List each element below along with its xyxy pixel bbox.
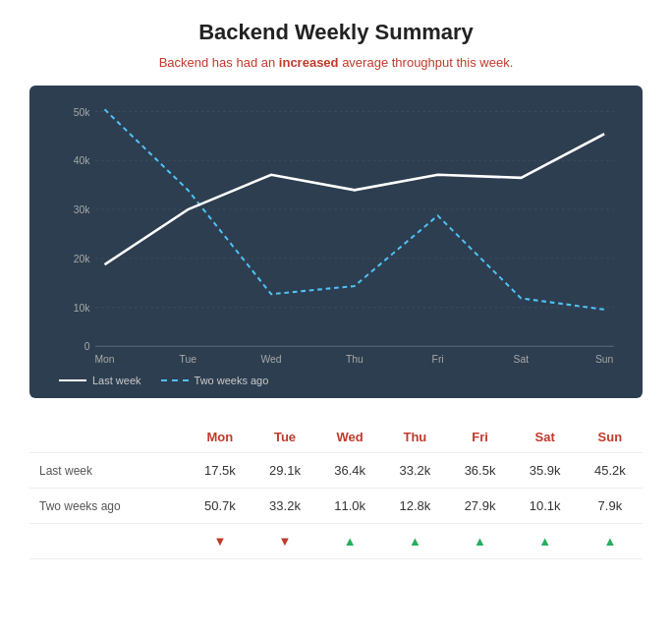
svg-text:40k: 40k	[74, 154, 90, 167]
legend-two-weeks-ago-label: Two weeks ago	[195, 375, 269, 386]
table-row: Last week 17.5k 29.1k 36.4k 33.2k 36.5k …	[29, 453, 643, 489]
data-table: Mon Tue Wed Thu Fri Sat Sun Last week 17…	[29, 422, 643, 559]
row-two-weeks-label: Two weeks ago	[29, 489, 188, 524]
arrow-up-icon: ▲	[474, 534, 486, 549]
col-header-mon: Mon	[188, 422, 252, 453]
row-last-week-tue: 29.1k	[252, 453, 317, 489]
chart-container: 50k 40k 30k 20k 10k 0 Mon Tue Wed Thu Fr…	[29, 86, 643, 398]
subtitle-prefix: Backend has had an	[159, 55, 279, 70]
arrow-down-icon: ▼	[213, 534, 226, 549]
arrow-empty	[29, 524, 188, 559]
table-row: Two weeks ago 50.7k 33.2k 11.0k 12.8k 27…	[29, 489, 643, 524]
col-header-thu: Thu	[382, 422, 447, 453]
arrow-row: ▼ ▼ ▲ ▲ ▲ ▲ ▲	[29, 524, 643, 559]
row-last-week-thu: 33.2k	[382, 453, 447, 489]
table-header-row: Mon Tue Wed Thu Fri Sat Sun	[29, 422, 643, 453]
row-two-weeks-thu: 12.8k	[382, 489, 447, 524]
legend-last-week-label: Last week	[92, 375, 141, 386]
legend-two-weeks-ago: Two weeks ago	[161, 375, 269, 386]
row-last-week-fri: 36.5k	[447, 453, 512, 489]
arrow-down-icon: ▼	[279, 534, 292, 549]
svg-text:Fri: Fri	[432, 352, 444, 365]
row-two-weeks-mon: 50.7k	[188, 489, 252, 524]
chart-area: 50k 40k 30k 20k 10k 0 Mon Tue Wed Thu Fr…	[49, 101, 623, 367]
col-header-tue: Tue	[252, 422, 317, 453]
chart-svg: 50k 40k 30k 20k 10k 0 Mon Tue Wed Thu Fr…	[49, 101, 623, 367]
arrow-fri: ▲	[447, 524, 512, 559]
row-last-week-sat: 35.9k	[513, 453, 578, 489]
row-two-weeks-fri: 27.9k	[447, 489, 512, 524]
arrow-tue: ▼	[252, 524, 317, 559]
svg-text:Mon: Mon	[94, 352, 114, 365]
row-two-weeks-tue: 33.2k	[252, 489, 317, 524]
chart-legend: Last week Two weeks ago	[49, 375, 623, 386]
arrow-up-icon: ▲	[409, 534, 421, 549]
row-last-week-mon: 17.5k	[188, 453, 252, 489]
svg-text:0: 0	[84, 340, 90, 353]
svg-text:Wed: Wed	[261, 352, 282, 365]
legend-solid-line	[59, 379, 86, 381]
page-title: Backend Weekly Summary	[29, 20, 643, 45]
col-header-label	[29, 422, 188, 453]
svg-text:10k: 10k	[74, 301, 90, 314]
row-two-weeks-wed: 11.0k	[317, 489, 382, 524]
subtitle: Backend has had an increased average thr…	[29, 55, 643, 70]
arrow-up-icon: ▲	[603, 534, 616, 549]
arrow-thu: ▲	[382, 524, 447, 559]
legend-last-week: Last week	[59, 375, 141, 386]
arrow-up-icon: ▲	[538, 534, 551, 549]
row-last-week-wed: 36.4k	[317, 453, 382, 489]
subtitle-suffix: average throughput this week.	[339, 55, 514, 70]
svg-text:Sun: Sun	[595, 352, 613, 365]
col-header-sun: Sun	[578, 422, 643, 453]
row-two-weeks-sat: 10.1k	[513, 489, 578, 524]
row-last-week-sun: 45.2k	[578, 453, 643, 489]
svg-text:20k: 20k	[74, 253, 90, 265]
subtitle-highlight: increased	[279, 55, 339, 70]
arrow-wed: ▲	[317, 524, 382, 559]
svg-text:Tue: Tue	[180, 352, 196, 365]
col-header-fri: Fri	[447, 422, 512, 453]
arrow-sat: ▲	[513, 524, 578, 559]
svg-text:30k: 30k	[74, 203, 90, 216]
arrow-mon: ▼	[188, 524, 252, 559]
col-header-wed: Wed	[317, 422, 382, 453]
arrow-up-icon: ▲	[344, 534, 357, 549]
arrow-sun: ▲	[578, 524, 643, 559]
row-two-weeks-sun: 7.9k	[578, 489, 643, 524]
svg-text:50k: 50k	[74, 105, 90, 118]
svg-text:Sat: Sat	[514, 352, 530, 365]
col-header-sat: Sat	[513, 422, 578, 453]
row-last-week-label: Last week	[29, 453, 188, 489]
svg-text:Thu: Thu	[346, 352, 364, 365]
legend-dashed-line	[161, 379, 189, 381]
